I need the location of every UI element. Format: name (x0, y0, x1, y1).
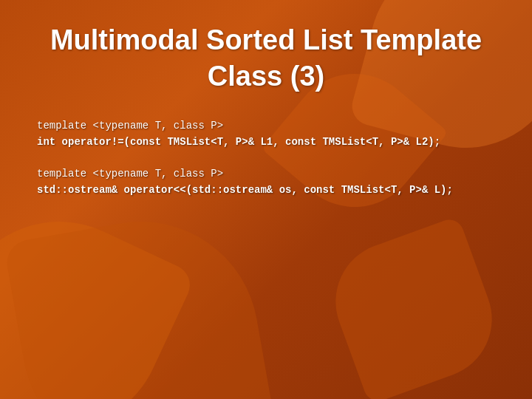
code-line-1-1: template <typename T, class P> (37, 117, 495, 134)
title-line1: Multimodal Sorted List Template (50, 24, 482, 55)
code-line-2-2: std::ostream& operator<<(std::ostream& o… (37, 182, 495, 198)
code-block-1: template <typename T, class P> int opera… (37, 117, 495, 151)
title-line2: Class (3) (208, 61, 324, 92)
content-area: Multimodal Sorted List Template Class (3… (0, 0, 532, 399)
code-line-2-1: template <typename T, class P> (37, 166, 495, 182)
code-block-2: template <typename T, class P> std::ostr… (37, 166, 495, 199)
slide-title: Multimodal Sorted List Template Class (3… (37, 22, 495, 95)
code-line-1-2: int operator!=(const TMSList<T, P>& L1, … (37, 134, 495, 150)
